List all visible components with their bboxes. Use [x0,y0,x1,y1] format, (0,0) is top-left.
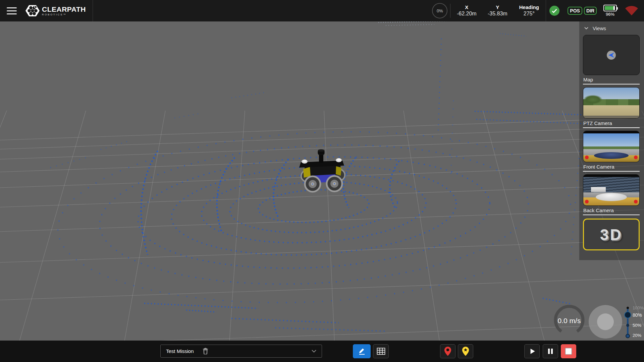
brand-tagline: ROBOTICS™ [42,13,86,16]
brand-name: CLEARPATH [42,6,86,13]
view-label-front: Front Camera [583,164,640,170]
pos-status-badge: POS [568,7,582,15]
battery-percent: 96% [606,12,614,17]
joystick[interactable] [589,305,622,339]
add-task-waypoint-button[interactable] [458,344,473,358]
mission-control-bar: Test Mission [0,341,644,362]
views-panel-title: Views [593,25,606,31]
edit-mission-button[interactable] [353,344,371,358]
yellow-pin-icon [462,346,469,356]
clearpath-logo: CLEARPATH ROBOTICS™ [25,4,86,18]
robot-position-marker [607,51,616,60]
heading-arrow-icon [608,53,614,58]
mission-progress-circle: 0% [432,3,447,18]
pause-icon [546,347,554,355]
mission-progress-value: 0% [437,8,443,13]
telemetry-heading: Heading 275° [513,4,545,17]
delete-mission-icon[interactable] [203,348,208,354]
battery-icon [603,5,617,11]
throttle-label-100: 100% [633,305,644,310]
back-camera-thumbnail[interactable] [583,174,640,206]
top-status-bar: CLEARPATH ROBOTICS™ 0% X -62.20m Y -35.8… [0,0,644,21]
map-view-thumbnail[interactable] [583,35,640,75]
view-label-underline [583,127,640,128]
throttle-label-80: 80% [633,312,642,318]
chevron-down-icon [584,27,588,29]
joystick-knob[interactable] [597,313,614,330]
gps-dome [596,193,627,201]
ptz-camera-thumbnail[interactable] [583,87,640,119]
lidar-disc [594,152,629,159]
pause-mission-button[interactable] [543,344,558,358]
view-3d-button-selected[interactable]: 3D [583,219,640,250]
pencil-icon [358,347,366,356]
scene-3d-viewport[interactable] [0,0,644,362]
play-icon [527,347,537,356]
wifi-signal-icon [624,5,639,17]
mission-table-button[interactable] [373,344,389,358]
camera-osd-strip [583,175,639,177]
clearpath-hexagon-icon [25,4,40,18]
stop-icon [564,347,573,356]
telemetry-x: X -62.20m [452,4,481,17]
play-mission-button[interactable] [524,344,540,358]
front-camera-thumbnail[interactable] [583,131,640,162]
view-3d-label: 3D [600,226,623,244]
view-label-back: Back Camera [583,207,640,213]
mission-select-dropdown[interactable]: Test Mission [160,345,322,358]
dir-status-badge: DIR [584,7,597,15]
telemetry-y: Y -35.83m [483,4,512,17]
view-label-underline [583,84,640,84]
add-waypoint-button[interactable] [440,344,455,358]
view-label-underline [583,215,640,215]
dropdown-chevron-icon[interactable] [312,350,316,353]
throttle-slider[interactable]: 100% 80% 50% 20% [624,303,644,340]
grid-icon [377,348,385,355]
hamburger-menu-button[interactable] [4,4,19,17]
throttle-handle-80[interactable] [624,311,631,318]
view-label-ptz: PTZ Camera [583,120,640,126]
status-ok-check-icon [549,6,559,16]
robot-model [299,147,356,194]
red-pin-icon [444,346,451,356]
throttle-stop-50[interactable] [626,324,629,327]
throttle-stop-20[interactable] [626,334,630,338]
battery-indicator: 96% [603,5,617,17]
views-panel: Views Map PTZ Camera [579,21,644,260]
throttle-label-50: 50% [633,323,641,328]
mission-name: Test Mission [166,348,194,354]
divider [546,0,546,21]
divider [93,0,93,21]
view-label-map: Map [583,77,640,82]
views-panel-header[interactable]: Views [583,21,644,35]
app-window: Views Map PTZ Camera [0,0,644,362]
divider [450,4,450,18]
stop-mission-button[interactable] [561,344,576,358]
throttle-stop-100[interactable] [627,307,629,309]
throttle-label-20: 20% [633,333,641,338]
view-label-underline [583,171,640,172]
camera-osd-strip [583,131,639,133]
